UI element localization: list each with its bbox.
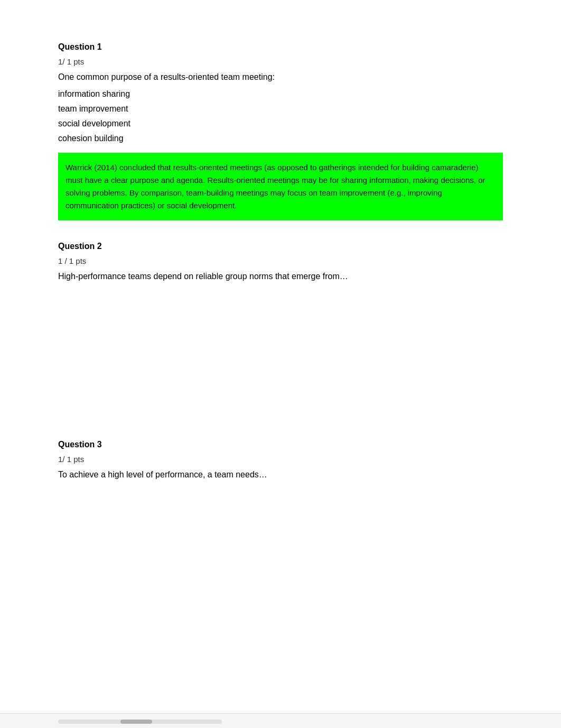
question-3-text: To achieve a high level of performance, … [58, 470, 503, 480]
question-3-answer-space [58, 495, 503, 580]
answer-option-1-4[interactable]: cohesion building [58, 134, 503, 143]
question-2-points: 1 / 1 pts [58, 256, 503, 265]
answer-option-1-3[interactable]: social development [58, 119, 503, 128]
question-block-3: Question 3 1/ 1 pts To achieve a high le… [58, 440, 503, 480]
question-2-text: High-performance teams depend on reliabl… [58, 272, 503, 281]
question-3-points: 1/ 1 pts [58, 455, 503, 464]
question-1-title: Question 1 [58, 42, 503, 52]
bottom-bar [0, 713, 561, 728]
highlighted-answer: information sharing [58, 89, 130, 98]
scrollbar-thumb[interactable] [120, 720, 152, 724]
answer-option-1-1[interactable]: information sharing [58, 89, 503, 99]
answer-options-1: information sharing team improvement soc… [58, 89, 503, 143]
question-1-explanation: Warrick (2014) concluded that results-or… [58, 153, 503, 220]
question-block-1: Question 1 1/ 1 pts One common purpose o… [58, 42, 503, 220]
question-block-2: Question 2 1 / 1 pts High-performance te… [58, 242, 503, 281]
scrollbar-track[interactable] [58, 720, 222, 724]
answer-option-1-2[interactable]: team improvement [58, 104, 503, 114]
page-container: Question 1 1/ 1 pts One common purpose o… [0, 0, 561, 622]
question-2-title: Question 2 [58, 242, 503, 251]
question-3-title: Question 3 [58, 440, 503, 449]
question-2-answer-space [58, 297, 503, 424]
question-1-points: 1/ 1 pts [58, 57, 503, 66]
question-1-text: One common purpose of a results-oriented… [58, 72, 503, 82]
